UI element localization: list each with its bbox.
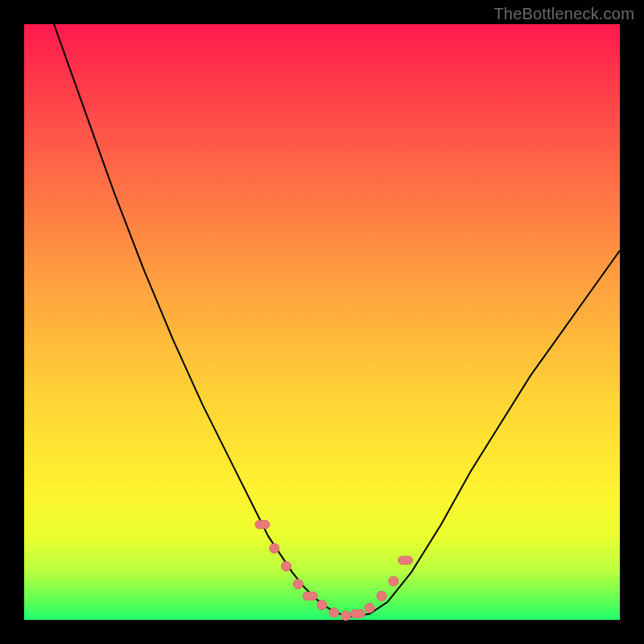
watermark-text: TheBottleneck.com [493,5,634,23]
curve-chart [24,24,620,620]
marker-pill [350,610,365,618]
marker-dot [282,561,291,571]
marker-dot [341,611,351,621]
marker-dot [365,603,374,613]
marker-dot [329,608,339,617]
marker-pill [303,592,317,600]
marker-dot [317,601,327,610]
marker-dot [270,543,279,553]
marker-pill [255,521,270,529]
bottleneck-curve [54,24,620,617]
marker-dot [293,580,303,589]
marker-dot [389,576,398,586]
marker-dot [377,591,386,601]
marker-pill [398,556,413,564]
marker-group [255,521,413,621]
